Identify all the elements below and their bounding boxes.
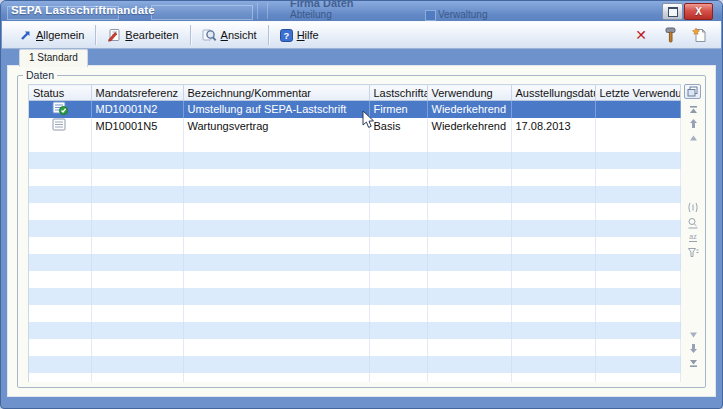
- verwaltung-icon: [425, 10, 436, 21]
- copy-grid-icon: [687, 86, 698, 97]
- sort-az-icon[interactable]: az: [686, 232, 700, 243]
- allgemein-label: Allgemein: [36, 29, 84, 41]
- column-header-bezeichnung[interactable]: Bezeichnung/Kommentar: [183, 85, 369, 101]
- content-panel: Daten Status Mandatsreferenz Bezeichnung…: [7, 65, 716, 397]
- background-divider: [257, 3, 258, 19]
- step-up-icon[interactable]: [686, 132, 700, 143]
- arrow-up-right-icon: [19, 29, 32, 42]
- background-label-verwaltung: Verwaltung: [438, 9, 487, 20]
- verwendung-cell: Wiederkehrend: [427, 101, 511, 118]
- letzte-verwendung-cell: [595, 118, 681, 135]
- table-row-empty: [29, 271, 681, 288]
- table-body: MD10001N2 Umstellung auf SEPA-Lastschrif…: [29, 101, 681, 383]
- step-down-icon[interactable]: [686, 329, 700, 340]
- verwendung-cell: Wiederkehrend: [427, 118, 511, 135]
- table-row-empty: [29, 186, 681, 203]
- hilfe-button[interactable]: ? Hilfe: [273, 23, 326, 47]
- background-window-header: Firma Daten: [290, 1, 354, 9]
- magnifier-icon: [202, 28, 217, 42]
- table-row-empty: [29, 254, 681, 271]
- daten-groupbox: Daten Status Mandatsreferenz Bezeichnung…: [17, 75, 706, 388]
- bezeichnung-cell: Wartungsvertrag: [183, 118, 369, 135]
- sepa-mandate-window: Firma Daten Abteilung Verwaltung SEPA La…: [0, 0, 723, 409]
- table-row-empty: [29, 322, 681, 339]
- background-divider: [267, 3, 268, 19]
- mandate-confirmed-icon: [52, 101, 68, 115]
- table-row-empty: [29, 237, 681, 254]
- close-window-button[interactable]: X: [684, 3, 713, 20]
- table-row-empty: [29, 220, 681, 237]
- restore-window-icon: [668, 7, 678, 17]
- window-title: SEPA Lastschriftmandate: [11, 4, 155, 16]
- column-header-verwendung[interactable]: Verwendung: [427, 85, 511, 101]
- table-row-empty: [29, 356, 681, 373]
- table-row-empty: [29, 373, 681, 383]
- table-row-empty: [29, 135, 681, 152]
- new-document-icon: [692, 27, 707, 43]
- bearbeiten-label: Bearbeiten: [125, 29, 178, 41]
- jump-to-top-icon[interactable]: [686, 104, 700, 115]
- table-row-empty: [29, 169, 681, 186]
- table-row-selected[interactable]: MD10001N2 Umstellung auf SEPA-Lastschrif…: [29, 101, 681, 118]
- close-icon: X: [695, 6, 702, 17]
- edit-document-icon: [107, 28, 121, 42]
- tab-standard[interactable]: 1 Standard: [19, 49, 88, 67]
- table-row-empty: [29, 203, 681, 220]
- filter-icon[interactable]: [686, 247, 700, 258]
- daten-groupbox-label: Daten: [23, 69, 57, 81]
- toolbar-right-icons: ✕: [631, 25, 709, 45]
- search-icon[interactable]: [686, 217, 700, 228]
- table-side-strip: az: [683, 84, 703, 382]
- jump-to-bottom-icon[interactable]: [686, 357, 700, 368]
- lastschriftart-cell: Basis: [369, 118, 427, 135]
- ansicht-label: Ansicht: [221, 29, 257, 41]
- table-header-row: Status Mandatsreferenz Bezeichnung/Komme…: [29, 85, 681, 101]
- background-label-abteilung: Abteilung: [290, 9, 332, 20]
- main-toolbar: Allgemein Bearbeiten Ansicht: [2, 21, 721, 49]
- column-header-letzte-verwendung[interactable]: Letzte Verwendung: [595, 85, 681, 101]
- mandate-table: Status Mandatsreferenz Bezeichnung/Komme…: [28, 84, 681, 382]
- lastschriftart-cell: Firmen: [369, 101, 427, 118]
- table-row-empty: [29, 339, 681, 356]
- ausstellungsdatum-cell: 17.08.2013: [511, 118, 595, 135]
- ansicht-button[interactable]: Ansicht: [195, 23, 264, 47]
- help-icon: ?: [280, 29, 293, 42]
- column-width-icon[interactable]: [686, 202, 700, 213]
- mandate-plain-icon: [52, 118, 68, 132]
- bezeichnung-cell: Umstellung auf SEPA-Lastschrift: [183, 101, 369, 118]
- table-row-empty: [29, 288, 681, 305]
- delete-button[interactable]: ✕: [631, 25, 651, 45]
- status-cell: [29, 118, 91, 135]
- new-document-button[interactable]: [689, 25, 709, 45]
- allgemein-button[interactable]: Allgemein: [12, 23, 91, 47]
- background-input-outline: [151, 5, 253, 20]
- toolbar-separator: [268, 25, 269, 45]
- column-header-mandatsreferenz[interactable]: Mandatsreferenz: [91, 85, 183, 101]
- hammer-icon: [663, 27, 678, 43]
- restore-window-button[interactable]: [662, 3, 683, 20]
- table-row-empty: [29, 305, 681, 322]
- tab-standard-label: 1 Standard: [29, 52, 78, 63]
- svg-text:az: az: [689, 233, 697, 240]
- hilfe-label: Hilfe: [297, 29, 319, 41]
- column-header-status[interactable]: Status: [29, 85, 91, 101]
- copy-table-button[interactable]: [684, 84, 701, 99]
- toolbar-separator: [190, 25, 191, 45]
- scroll-down-icon[interactable]: [686, 343, 700, 354]
- column-header-ausstellungsdatum[interactable]: Ausstellungsdatum: [511, 85, 595, 101]
- mandatsreferenz-cell: MD10001N2: [91, 101, 183, 118]
- column-header-lastschriftart[interactable]: Lastschriftart: [369, 85, 427, 101]
- svg-text:?: ?: [283, 30, 289, 41]
- delete-x-icon: ✕: [635, 28, 647, 42]
- letzte-verwendung-cell: [595, 101, 681, 118]
- mandatsreferenz-cell: MD10001N5: [91, 118, 183, 135]
- scroll-up-icon[interactable]: [686, 118, 700, 129]
- table-row-empty: [29, 152, 681, 169]
- toolbar-separator: [95, 25, 96, 45]
- ausstellungsdatum-cell: [511, 101, 595, 118]
- tools-button[interactable]: [660, 25, 680, 45]
- bearbeiten-button[interactable]: Bearbeiten: [100, 23, 185, 47]
- status-cell: [29, 101, 91, 118]
- title-bar[interactable]: Firma Daten Abteilung Verwaltung SEPA La…: [1, 1, 722, 21]
- table-row[interactable]: MD10001N5 Wartungsvertrag Basis Wiederke…: [29, 118, 681, 135]
